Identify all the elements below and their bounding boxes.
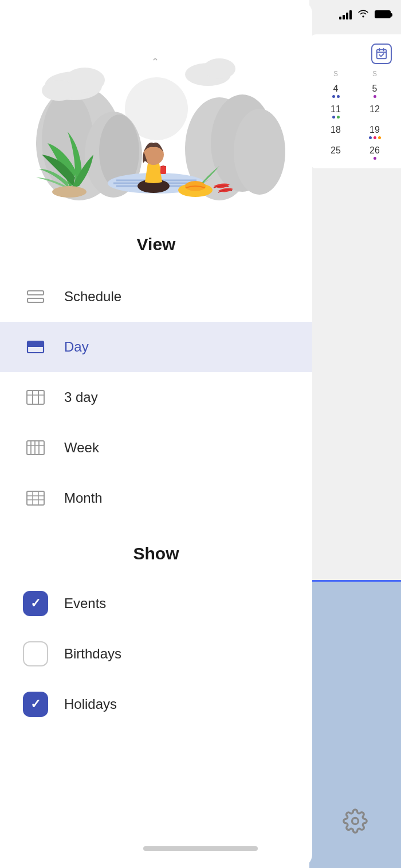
month-icon [23,486,48,511]
events-checkmark: ✓ [30,597,41,610]
drag-handle[interactable] [143,846,258,851]
menu-item-week[interactable]: Week [0,423,312,473]
svg-rect-0 [377,50,387,59]
svg-rect-22 [160,166,166,174]
status-bar [309,0,401,29]
events-checkbox[interactable]: ✓ [23,591,48,616]
svg-rect-39 [27,491,44,505]
menu-item-day[interactable]: Day [0,322,312,372]
birthdays-label: Birthdays [64,646,121,662]
show-item-birthdays[interactable]: Birthdays [0,629,312,679]
svg-rect-34 [27,441,44,455]
show-title: Show [0,523,312,578]
month-label: Month [64,490,103,506]
svg-rect-28 [27,341,44,346]
cal-cell: 18 [316,123,355,142]
schedule-icon [23,284,48,309]
cal-cell: 12 [355,102,394,121]
svg-point-12 [42,80,76,101]
schedule-label: Schedule [64,289,121,305]
main-panel: View Schedule Day [0,0,312,868]
illustration-area [0,0,312,229]
menu-item-schedule[interactable]: Schedule [0,271,312,322]
cal-cell: 5 [355,81,394,101]
holidays-checkmark: ✓ [30,698,41,711]
cal-day-header-s2: S [355,70,394,78]
birthdays-checkbox[interactable] [23,641,48,666]
3day-label: 3 day [64,389,98,405]
svg-rect-25 [27,291,44,295]
cal-cell: 4 [316,81,355,101]
svg-point-9 [234,109,285,195]
cal-day-header-s: S [316,70,355,78]
calendar-icon [371,44,392,64]
3day-icon [23,385,48,410]
view-menu-list: Schedule Day 3 [0,271,312,523]
settings-area[interactable] [309,808,401,834]
show-list: ✓ Events Birthdays ✓ Holidays [0,578,312,729]
svg-point-14 [203,58,235,79]
menu-item-3day[interactable]: 3 day [0,372,312,423]
holidays-label: Holidays [64,696,117,712]
svg-rect-30 [27,390,44,404]
wifi-icon [357,9,369,20]
calendar-panel: S S 45111218192526 [309,34,401,168]
svg-point-19 [52,186,87,198]
gear-icon[interactable] [343,808,368,834]
cal-cell: 19 [355,123,394,142]
events-label: Events [64,595,106,611]
show-item-holidays[interactable]: ✓ Holidays [0,679,312,729]
holidays-checkbox[interactable]: ✓ [23,692,48,717]
cal-cell: 26 [355,143,394,163]
signal-icon [339,9,352,19]
menu-item-month[interactable]: Month [0,473,312,523]
show-item-events[interactable]: ✓ Events [0,578,312,629]
svg-rect-26 [27,298,44,302]
week-label: Week [64,440,99,456]
day-icon [23,334,48,360]
battery-icon [375,10,391,18]
cal-cell: 25 [316,143,355,163]
view-title: View [0,229,312,271]
day-label: Day [64,339,89,355]
scene-illustration [25,23,288,206]
calendar-divider [309,580,401,582]
week-icon [23,435,48,460]
cal-cell: 11 [316,102,355,121]
